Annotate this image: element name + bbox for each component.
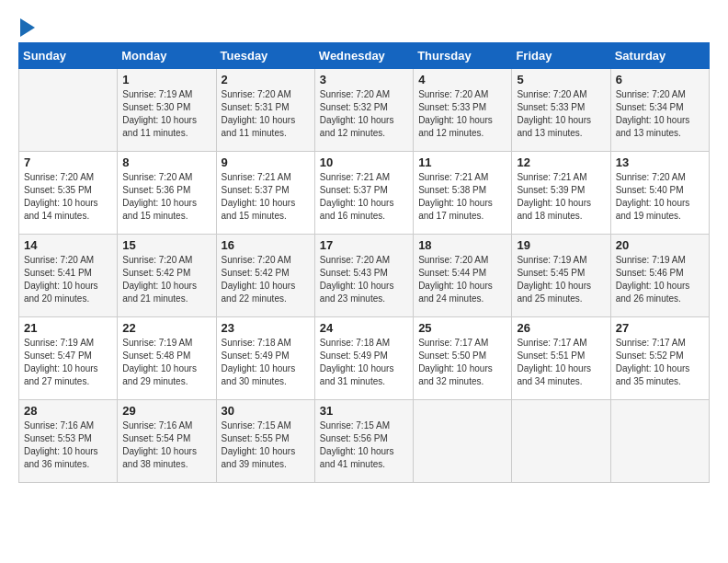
- day-info: Sunrise: 7:21 AM Sunset: 5:39 PM Dayligh…: [517, 171, 605, 223]
- header-day-friday: Friday: [512, 43, 610, 69]
- calendar-cell: 25Sunrise: 7:17 AM Sunset: 5:50 PM Dayli…: [414, 317, 512, 400]
- week-row-2: 7Sunrise: 7:20 AM Sunset: 5:35 PM Daylig…: [19, 152, 710, 235]
- day-info: Sunrise: 7:19 AM Sunset: 5:46 PM Dayligh…: [616, 254, 704, 305]
- calendar-cell: 6Sunrise: 7:20 AM Sunset: 5:34 PM Daylig…: [610, 69, 709, 152]
- day-number: 30: [222, 404, 310, 418]
- calendar-cell: 19Sunrise: 7:19 AM Sunset: 5:45 PM Dayli…: [512, 235, 610, 317]
- day-number: 19: [517, 238, 605, 252]
- day-info: Sunrise: 7:21 AM Sunset: 5:37 PM Dayligh…: [222, 171, 310, 223]
- day-info: Sunrise: 7:21 AM Sunset: 5:38 PM Dayligh…: [418, 171, 506, 223]
- day-number: 23: [222, 321, 310, 335]
- day-number: 3: [320, 73, 408, 86]
- day-info: Sunrise: 7:20 AM Sunset: 5:32 PM Dayligh…: [320, 88, 408, 140]
- calendar-table: SundayMondayTuesdayWednesdayThursdayFrid…: [18, 42, 710, 483]
- day-number: 16: [222, 238, 310, 252]
- calendar-cell: 22Sunrise: 7:19 AM Sunset: 5:48 PM Dayli…: [118, 317, 216, 400]
- logo-arrow-icon: [20, 18, 35, 37]
- calendar-cell: 11Sunrise: 7:21 AM Sunset: 5:38 PM Dayli…: [414, 152, 512, 235]
- day-number: 31: [320, 404, 408, 418]
- calendar-cell: [19, 69, 118, 152]
- day-info: Sunrise: 7:20 AM Sunset: 5:34 PM Dayligh…: [616, 88, 704, 140]
- calendar-cell: 18Sunrise: 7:20 AM Sunset: 5:44 PM Dayli…: [414, 235, 512, 317]
- calendar-cell: 27Sunrise: 7:17 AM Sunset: 5:52 PM Dayli…: [610, 317, 709, 400]
- calendar-cell: [610, 400, 709, 483]
- day-number: 9: [222, 155, 310, 169]
- day-number: 26: [517, 321, 605, 335]
- day-info: Sunrise: 7:16 AM Sunset: 5:53 PM Dayligh…: [24, 419, 112, 471]
- day-number: 6: [616, 73, 704, 86]
- day-info: Sunrise: 7:20 AM Sunset: 5:40 PM Dayligh…: [616, 171, 704, 223]
- day-info: Sunrise: 7:20 AM Sunset: 5:31 PM Dayligh…: [222, 88, 310, 140]
- calendar-cell: 28Sunrise: 7:16 AM Sunset: 5:53 PM Dayli…: [19, 400, 118, 483]
- calendar-cell: 2Sunrise: 7:20 AM Sunset: 5:31 PM Daylig…: [216, 69, 314, 152]
- calendar-cell: [512, 400, 610, 483]
- day-number: 7: [24, 155, 112, 169]
- calendar-cell: 30Sunrise: 7:15 AM Sunset: 5:55 PM Dayli…: [216, 400, 314, 483]
- day-info: Sunrise: 7:15 AM Sunset: 5:56 PM Dayligh…: [320, 419, 408, 471]
- day-number: 17: [320, 238, 408, 252]
- calendar-cell: 23Sunrise: 7:18 AM Sunset: 5:49 PM Dayli…: [216, 317, 314, 400]
- calendar-cell: 15Sunrise: 7:20 AM Sunset: 5:42 PM Dayli…: [118, 235, 216, 317]
- calendar-cell: 10Sunrise: 7:21 AM Sunset: 5:37 PM Dayli…: [314, 152, 413, 235]
- day-info: Sunrise: 7:20 AM Sunset: 5:42 PM Dayligh…: [222, 254, 310, 305]
- day-number: 28: [24, 404, 112, 418]
- calendar-cell: 14Sunrise: 7:20 AM Sunset: 5:41 PM Dayli…: [19, 235, 118, 317]
- day-number: 29: [122, 404, 210, 418]
- calendar-cell: 16Sunrise: 7:20 AM Sunset: 5:42 PM Dayli…: [216, 235, 314, 317]
- header-day-saturday: Saturday: [610, 43, 709, 69]
- day-number: 20: [616, 238, 704, 252]
- calendar-cell: 20Sunrise: 7:19 AM Sunset: 5:46 PM Dayli…: [610, 235, 709, 317]
- header-day-monday: Monday: [118, 43, 216, 69]
- calendar-cell: 12Sunrise: 7:21 AM Sunset: 5:39 PM Dayli…: [512, 152, 610, 235]
- day-info: Sunrise: 7:20 AM Sunset: 5:33 PM Dayligh…: [517, 88, 605, 140]
- week-row-5: 28Sunrise: 7:16 AM Sunset: 5:53 PM Dayli…: [19, 400, 710, 483]
- day-number: 4: [418, 73, 506, 86]
- header-day-wednesday: Wednesday: [314, 43, 413, 69]
- calendar-cell: 9Sunrise: 7:21 AM Sunset: 5:37 PM Daylig…: [216, 152, 314, 235]
- day-number: 11: [418, 155, 506, 169]
- day-number: 2: [222, 73, 310, 86]
- calendar-cell: 13Sunrise: 7:20 AM Sunset: 5:40 PM Dayli…: [610, 152, 709, 235]
- calendar-cell: 5Sunrise: 7:20 AM Sunset: 5:33 PM Daylig…: [512, 69, 610, 152]
- day-info: Sunrise: 7:20 AM Sunset: 5:35 PM Dayligh…: [24, 171, 112, 223]
- day-info: Sunrise: 7:20 AM Sunset: 5:43 PM Dayligh…: [320, 254, 408, 305]
- day-info: Sunrise: 7:16 AM Sunset: 5:54 PM Dayligh…: [122, 419, 210, 471]
- calendar-cell: 8Sunrise: 7:20 AM Sunset: 5:36 PM Daylig…: [118, 152, 216, 235]
- day-number: 10: [320, 155, 408, 169]
- day-number: 18: [418, 238, 506, 252]
- day-info: Sunrise: 7:19 AM Sunset: 5:45 PM Dayligh…: [517, 254, 605, 305]
- calendar-cell: [414, 400, 512, 483]
- day-info: Sunrise: 7:15 AM Sunset: 5:55 PM Dayligh…: [222, 419, 310, 471]
- day-number: 15: [122, 238, 210, 252]
- calendar-cell: 17Sunrise: 7:20 AM Sunset: 5:43 PM Dayli…: [314, 235, 413, 317]
- header-day-sunday: Sunday: [19, 43, 118, 69]
- calendar-cell: 21Sunrise: 7:19 AM Sunset: 5:47 PM Dayli…: [19, 317, 118, 400]
- day-number: 24: [320, 321, 408, 335]
- week-row-4: 21Sunrise: 7:19 AM Sunset: 5:47 PM Dayli…: [19, 317, 710, 400]
- page-header: [18, 18, 710, 33]
- day-number: 14: [24, 238, 112, 252]
- day-info: Sunrise: 7:20 AM Sunset: 5:41 PM Dayligh…: [24, 254, 112, 305]
- calendar-cell: 26Sunrise: 7:17 AM Sunset: 5:51 PM Dayli…: [512, 317, 610, 400]
- week-row-1: 1Sunrise: 7:19 AM Sunset: 5:30 PM Daylig…: [19, 69, 710, 152]
- calendar-cell: 24Sunrise: 7:18 AM Sunset: 5:49 PM Dayli…: [314, 317, 413, 400]
- day-number: 8: [122, 155, 210, 169]
- day-number: 21: [24, 321, 112, 335]
- day-number: 12: [517, 155, 605, 169]
- day-number: 13: [616, 155, 704, 169]
- header-day-tuesday: Tuesday: [216, 43, 314, 69]
- header-day-thursday: Thursday: [414, 43, 512, 69]
- day-info: Sunrise: 7:17 AM Sunset: 5:51 PM Dayligh…: [517, 337, 605, 388]
- day-number: 1: [122, 73, 210, 86]
- day-number: 5: [517, 73, 605, 86]
- day-info: Sunrise: 7:21 AM Sunset: 5:37 PM Dayligh…: [320, 171, 408, 223]
- logo: [18, 18, 35, 33]
- calendar-cell: 31Sunrise: 7:15 AM Sunset: 5:56 PM Dayli…: [314, 400, 413, 483]
- header-row: SundayMondayTuesdayWednesdayThursdayFrid…: [19, 43, 710, 69]
- calendar-cell: 7Sunrise: 7:20 AM Sunset: 5:35 PM Daylig…: [19, 152, 118, 235]
- day-info: Sunrise: 7:19 AM Sunset: 5:48 PM Dayligh…: [122, 337, 210, 388]
- day-info: Sunrise: 7:18 AM Sunset: 5:49 PM Dayligh…: [320, 337, 408, 388]
- calendar-cell: 3Sunrise: 7:20 AM Sunset: 5:32 PM Daylig…: [314, 69, 413, 152]
- day-info: Sunrise: 7:20 AM Sunset: 5:36 PM Dayligh…: [122, 171, 210, 223]
- day-info: Sunrise: 7:18 AM Sunset: 5:49 PM Dayligh…: [222, 337, 310, 388]
